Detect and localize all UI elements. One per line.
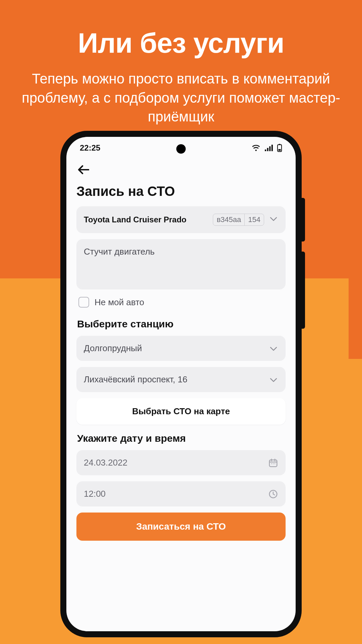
chevron-down-icon (269, 217, 278, 223)
submit-label: Записаться на СТО (136, 521, 226, 532)
car-name: Toyota Land Cruiser Prado (84, 215, 208, 224)
date-value: 24.03.2022 (84, 458, 268, 468)
svg-rect-1 (267, 148, 268, 151)
car-selector[interactable]: Toyota Land Cruiser Prado в345аа 154 (76, 206, 286, 233)
svg-point-12 (273, 463, 274, 464)
datetime-section-title: Укажите дату и время (77, 433, 286, 444)
phone-screen: 22:25 Запись на СТО Toyota Land Cruiser … (66, 137, 296, 631)
clock-icon (268, 489, 278, 499)
battery-icon (277, 144, 282, 152)
chevron-down-icon (269, 374, 278, 385)
station-section-title: Выберите станцию (77, 318, 286, 330)
svg-point-13 (275, 463, 276, 464)
license-plate: в345аа 154 (213, 214, 264, 226)
date-input[interactable]: 24.03.2022 (76, 450, 286, 475)
not-my-car-checkbox[interactable]: Не мой авто (76, 296, 286, 316)
comment-textarea[interactable]: Стучит двигатель (76, 239, 286, 289)
plate-number: в345аа (213, 214, 245, 225)
calendar-icon (268, 458, 278, 468)
address-value: Лихачёвский проспект, 16 (84, 374, 269, 385)
status-time: 22:25 (80, 143, 100, 153)
status-icons (252, 144, 282, 152)
svg-rect-5 (279, 144, 281, 145)
checkbox-label: Не мой авто (95, 297, 144, 308)
svg-rect-6 (278, 149, 281, 151)
svg-point-11 (271, 463, 272, 464)
checkbox-box (78, 297, 89, 308)
promo-block: Или без услуги Теперь можно просто вписа… (0, 0, 362, 126)
plate-region: 154 (245, 214, 264, 225)
city-value: Долгопрудный (84, 343, 269, 354)
map-button-label: Выбрать СТО на карте (132, 406, 230, 416)
phone-frame: 22:25 Запись на СТО Toyota Land Cruiser … (60, 131, 302, 637)
city-select[interactable]: Долгопрудный (76, 336, 286, 361)
chevron-down-icon (269, 343, 278, 354)
comment-text: Стучит двигатель (84, 247, 155, 257)
time-input[interactable]: 12:00 (76, 481, 286, 506)
promo-title: Или без услуги (20, 27, 342, 59)
page-title: Запись на СТО (76, 184, 286, 199)
svg-rect-3 (272, 145, 273, 151)
wifi-icon (252, 145, 261, 151)
svg-rect-0 (265, 150, 266, 151)
signal-icon (265, 145, 273, 151)
camera-notch (176, 144, 186, 154)
svg-rect-2 (269, 146, 270, 151)
promo-subtitle: Теперь можно просто вписать в комментари… (20, 69, 342, 126)
map-select-button[interactable]: Выбрать СТО на карте (76, 398, 286, 425)
back-button[interactable] (76, 159, 90, 184)
time-value: 12:00 (84, 489, 268, 499)
arrow-left-icon (78, 165, 89, 174)
submit-button[interactable]: Записаться на СТО (76, 513, 286, 541)
address-select[interactable]: Лихачёвский проспект, 16 (76, 367, 286, 392)
